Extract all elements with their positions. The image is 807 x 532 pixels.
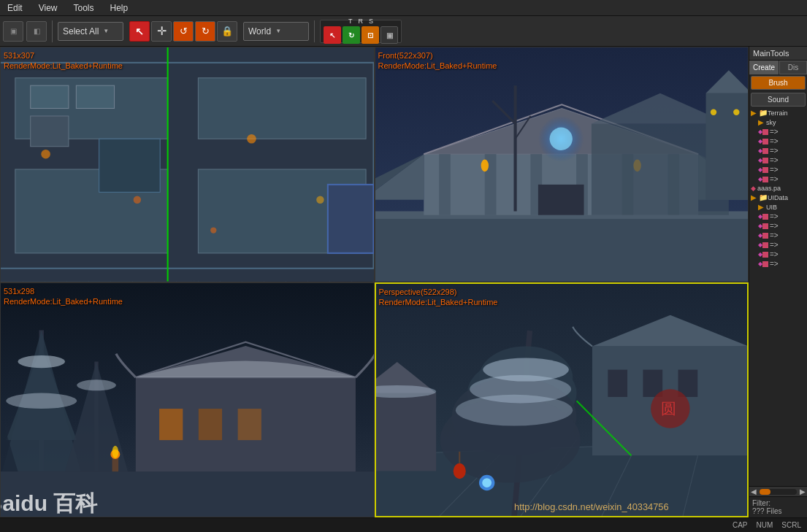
separator2	[314, 20, 315, 42]
color-icon-group: TRS ↖ ↻ ⊡ ▣	[320, 20, 402, 43]
folder-icon-shape: 📁	[759, 109, 768, 117]
svg-point-46	[733, 109, 739, 115]
svg-rect-92	[376, 393, 436, 471]
main-content: 531x307 RenderMode:Lit_Baked+Runtime	[0, 47, 807, 517]
status-bar: CAP NUM SCRL	[0, 517, 807, 532]
status-num: NUM	[757, 521, 773, 529]
menu-bar: Edit View Tools Help	[0, 0, 807, 16]
tree-item[interactable]: ◆=>	[749, 146, 807, 155]
uib-folder[interactable]: ▶ UIB	[749, 202, 807, 212]
brush-btn[interactable]: Brush	[751, 76, 806, 90]
undo-btn[interactable]: ↺	[173, 21, 194, 42]
svg-point-12	[247, 134, 256, 144]
toolbar: ▣ ◧ Select All ↖ ✛ ↺ ↻ 🔒 World	[0, 16, 807, 47]
lock-btn[interactable]: 🔒	[217, 21, 237, 42]
sky-folder-icon: ▶	[758, 118, 764, 126]
translate-btn[interactable]: ↖	[324, 26, 341, 44]
select-all-label: Select All	[63, 26, 99, 36]
svg-point-58	[18, 355, 65, 367]
svg-point-11	[134, 196, 141, 204]
files-count: ??? Files	[752, 507, 782, 515]
status-scrl: SCRL	[781, 521, 801, 529]
scrollbar-track[interactable]	[760, 489, 797, 495]
svg-rect-78	[608, 369, 627, 396]
tree-item[interactable]: ◆=>	[749, 240, 807, 250]
redo-btn[interactable]: ↻	[195, 21, 215, 42]
uib-folder-icon: ▶	[758, 203, 764, 211]
filter-label: Filter:	[752, 499, 770, 507]
aaas-folder[interactable]: ◆ aaas.pa	[749, 184, 807, 193]
world-dropdown[interactable]: World	[243, 22, 309, 41]
toolbar-icon-btn2[interactable]: ◧	[26, 21, 47, 42]
svg-rect-53	[199, 409, 222, 440]
scroll-left-arrow[interactable]: ◀	[749, 487, 758, 496]
menu-edit[interactable]: Edit	[3, 1, 27, 15]
svg-point-59	[6, 393, 77, 409]
viewport-topright[interactable]: Front(522x307) RenderMode:Lit_Baked+Runt…	[375, 47, 749, 282]
tree-item[interactable]: ◆=>	[749, 221, 807, 231]
svg-point-90	[455, 394, 572, 425]
tree-item[interactable]: ◆=>	[749, 155, 807, 165]
viewport-bottomright[interactable]: 圆	[375, 282, 749, 518]
svg-rect-52	[159, 409, 183, 440]
tree-item[interactable]: ◆=>	[749, 212, 807, 221]
svg-point-62	[77, 379, 116, 390]
viewport-bottomleft-scene: Baidu 百科	[1, 283, 374, 517]
sound-btn[interactable]: Sound	[751, 93, 806, 107]
rotate-btn[interactable]: ↻	[343, 26, 360, 44]
toolbar-icon-btn1[interactable]: ▣	[3, 21, 23, 42]
scrollbar-thumb[interactable]	[760, 489, 770, 495]
menu-tools[interactable]: Tools	[69, 1, 98, 15]
sky-label: sky	[766, 119, 776, 126]
select-tool-btn[interactable]: ↖	[129, 21, 150, 42]
separator1	[52, 20, 53, 42]
uidata-folder[interactable]: ▶ 📁 UIData	[749, 193, 807, 202]
asset-tree: ▶ 📁 Terrain ▶ sky ◆=> ◆=> ◆=> ◆=> ◆=> ◆=…	[749, 108, 807, 486]
svg-point-10	[41, 150, 50, 159]
svg-point-45	[710, 109, 716, 115]
svg-rect-18	[375, 215, 749, 282]
tree-item[interactable]: ◆=>	[749, 127, 807, 136]
svg-rect-7	[31, 85, 69, 108]
svg-point-65	[112, 445, 119, 458]
menu-help[interactable]: Help	[106, 1, 133, 15]
tab-create[interactable]: Create	[749, 61, 779, 74]
viewport-bottomleft[interactable]: Baidu 百科 531x298 RenderMode:Lit_Baked+Ru…	[0, 282, 375, 518]
svg-rect-6	[99, 139, 161, 192]
svg-point-40	[549, 128, 572, 150]
tree-item[interactable]: ◆=>	[749, 174, 807, 184]
viewport-topright-scene	[375, 47, 749, 282]
scale-btn[interactable]: ⊡	[362, 26, 379, 44]
folder-icon: ▶	[751, 109, 757, 117]
svg-point-34	[481, 159, 488, 171]
tree-item[interactable]: ◆=>	[749, 250, 807, 259]
tab-dis[interactable]: Dis	[779, 61, 807, 74]
uib-label: UIB	[766, 204, 777, 211]
svg-rect-16	[328, 185, 374, 253]
panel-title-text: MainTools	[753, 49, 789, 58]
uidata-folder-icon: ▶	[751, 193, 757, 201]
tree-item[interactable]: ◆=>	[749, 165, 807, 174]
tree-item[interactable]: ◆=>	[749, 259, 807, 269]
svg-rect-27	[439, 154, 451, 215]
extra-btn1[interactable]: ▣	[380, 26, 398, 44]
tree-item[interactable]: ◆=>	[749, 231, 807, 240]
viewport-bottomright-scene: 圆	[376, 284, 748, 517]
sky-folder[interactable]: ▶ sky	[749, 117, 807, 127]
panel-title: MainTools	[749, 47, 807, 61]
select-all-dropdown[interactable]: Select All	[58, 22, 123, 41]
filter-section: Filter: ??? Files	[749, 496, 807, 517]
right-panel: MainTools Create Dis Brush Sound ▶ 📁 Ter…	[749, 47, 807, 517]
viewport-topleft[interactable]: 531x307 RenderMode:Lit_Baked+Runtime	[0, 47, 375, 282]
terrain-folder[interactable]: ▶ 📁 Terrain	[749, 108, 807, 117]
uidata-label: UIData	[768, 194, 788, 201]
uidata-folder-shape: 📁	[759, 193, 768, 201]
aaas-icon: ◆	[751, 185, 756, 192]
menu-view[interactable]: View	[34, 1, 62, 15]
tree-item[interactable]: ◆=>	[749, 136, 807, 146]
move-tool-btn[interactable]: ✛	[151, 21, 172, 42]
terrain-label: Terrain	[768, 109, 788, 117]
scroll-right-arrow[interactable]: ▶	[798, 487, 807, 496]
svg-rect-3	[198, 78, 366, 139]
panel-scrollbar[interactable]: ◀ ▶	[749, 486, 807, 496]
